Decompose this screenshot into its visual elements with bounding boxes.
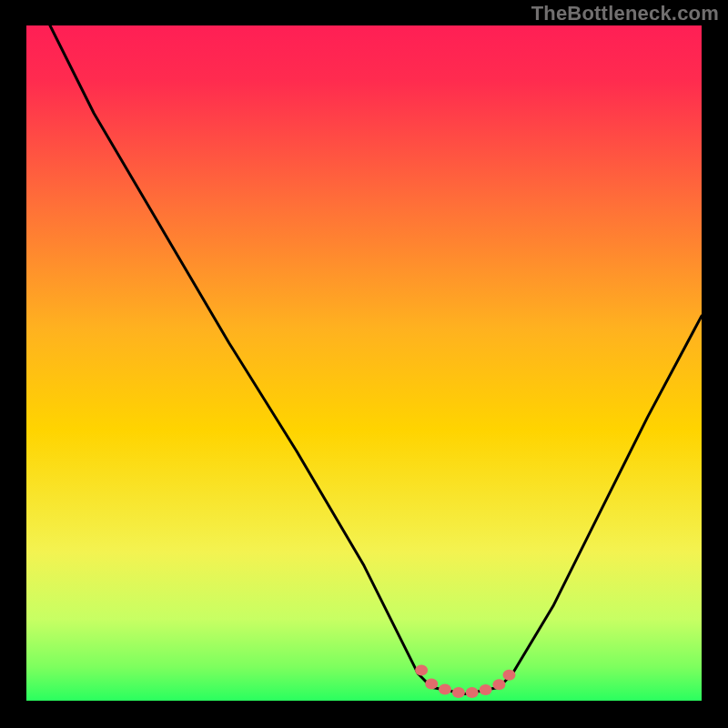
chart-canvas bbox=[0, 0, 728, 728]
optimal-marker bbox=[480, 684, 492, 695]
gradient-background bbox=[26, 25, 702, 701]
optimal-marker bbox=[425, 679, 438, 690]
optimal-marker bbox=[466, 687, 479, 698]
chart-frame: TheBottleneck.com bbox=[0, 0, 728, 728]
optimal-marker bbox=[492, 679, 505, 690]
optimal-marker bbox=[503, 670, 516, 681]
optimal-marker bbox=[452, 687, 465, 698]
optimal-marker bbox=[415, 665, 428, 676]
optimal-marker bbox=[439, 683, 451, 694]
